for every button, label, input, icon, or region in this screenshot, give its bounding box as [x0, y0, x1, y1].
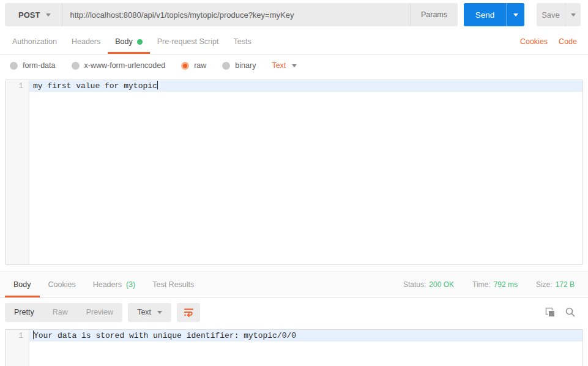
headers-count: (3) [126, 280, 135, 289]
radio-icon [222, 62, 230, 70]
tab-label: Body [115, 37, 133, 46]
tab-pre-request-script[interactable]: Pre-request Script [150, 29, 226, 54]
radio-icon [72, 62, 80, 70]
radio-raw[interactable]: raw [181, 61, 206, 70]
response-body-editor[interactable]: 1 Your data is stored with unique identi… [5, 329, 583, 366]
response-tab-headers[interactable]: Headers (3) [84, 272, 144, 297]
copy-response-button[interactable] [545, 307, 556, 318]
raw-format-dropdown[interactable]: Text [272, 61, 297, 70]
response-tab-test-results[interactable]: Test Results [144, 272, 203, 297]
editor-empty-area [6, 92, 582, 264]
status-label: Status: [403, 280, 426, 289]
view-mode-preview[interactable]: Preview [77, 303, 122, 322]
radio-x-www-form-urlencoded[interactable]: x-www-form-urlencoded [72, 61, 166, 70]
editor-line-content: my first value for mytopic [29, 80, 582, 92]
response-tab-body[interactable]: Body [5, 272, 40, 297]
size-stat: Size: 172 B [536, 280, 575, 289]
chevron-down-icon [292, 64, 297, 67]
cookies-link[interactable]: Cookies [520, 37, 548, 46]
tab-label: Headers [93, 280, 122, 289]
tab-label: Cookies [48, 280, 76, 289]
save-options-button[interactable] [565, 3, 581, 26]
params-button[interactable]: Params [410, 3, 458, 26]
tab-authorization[interactable]: Authorization [5, 29, 64, 54]
radio-form-data[interactable]: form-data [10, 61, 56, 70]
size-label: Size: [536, 280, 553, 289]
request-tabs: Authorization Headers Body Pre-request S… [0, 29, 588, 54]
search-icon [565, 307, 576, 318]
response-tab-cookies[interactable]: Cookies [40, 272, 84, 297]
tab-label: Tests [233, 37, 251, 46]
view-mode-group: Pretty Raw Preview [5, 303, 122, 322]
request-url-bar: POST Params Send Save [0, 0, 588, 29]
tab-label: Pre-request Script [157, 37, 219, 46]
active-tab-underline [108, 52, 150, 54]
active-tab-underline [5, 296, 40, 297]
tab-label: Authorization [12, 37, 57, 46]
time-value: 792 ms [494, 280, 518, 289]
response-stats: Status: 200 OK Time: 792 ms Size: 172 B [403, 272, 583, 297]
search-response-button[interactable] [565, 307, 576, 318]
method-dropdown[interactable]: POST [5, 3, 62, 26]
tab-label: Headers [72, 37, 100, 46]
view-mode-raw[interactable]: Raw [43, 303, 77, 322]
radio-label: binary [235, 61, 256, 70]
radio-selected-icon [181, 62, 189, 70]
line-number: 1 [6, 80, 29, 92]
editor-line: 1 Your data is stored with unique identi… [6, 330, 582, 342]
chevron-down-icon [157, 311, 162, 314]
radio-label: raw [194, 61, 206, 70]
radio-icon [10, 62, 18, 70]
time-label: Time: [472, 280, 491, 289]
radio-label: x-www-form-urlencoded [84, 61, 166, 70]
chevron-down-icon [571, 13, 576, 17]
save-button[interactable]: Save [537, 3, 565, 26]
gutter [6, 92, 29, 264]
tab-headers[interactable]: Headers [64, 29, 108, 54]
radio-label: form-data [23, 61, 56, 70]
status-stat: Status: 200 OK [403, 280, 454, 289]
tab-tests[interactable]: Tests [226, 29, 258, 54]
editor-blank [29, 342, 582, 366]
time-stat: Time: 792 ms [472, 280, 518, 289]
status-value: 200 OK [429, 280, 454, 289]
editor-empty-area [6, 342, 582, 366]
gutter [6, 342, 29, 366]
response-format-dropdown[interactable]: Text [128, 303, 171, 322]
toolbar-right-icons [545, 307, 583, 318]
response-tabs-row: Body Cookies Headers (3) Test Results St… [0, 271, 588, 298]
method-label: POST [18, 10, 40, 20]
editor-blank [29, 92, 582, 264]
body-content-indicator-dot [137, 39, 143, 45]
save-button-group: Save [537, 3, 581, 26]
editor-line-content: Your data is stored with unique identifi… [29, 330, 582, 342]
view-mode-pretty[interactable]: Pretty [5, 303, 43, 322]
chevron-down-icon [513, 13, 518, 17]
copy-icon [545, 307, 556, 318]
chevron-down-icon [46, 13, 51, 17]
text-cursor [157, 81, 158, 89]
line-number: 1 [6, 330, 29, 342]
wrap-text-icon [183, 307, 195, 318]
wrap-text-button[interactable] [177, 303, 200, 322]
send-button-group: Send [464, 3, 524, 26]
tabs-right-links: Cookies Code [520, 29, 583, 54]
url-group: POST Params [5, 3, 458, 26]
format-label: Text [137, 308, 151, 316]
size-value: 172 B [556, 280, 575, 289]
editor-line: 1 my first value for mytopic [6, 80, 582, 92]
format-label: Text [272, 61, 286, 70]
send-button[interactable]: Send [464, 3, 506, 26]
send-options-button[interactable] [506, 3, 524, 26]
radio-binary[interactable]: binary [222, 61, 256, 70]
url-input[interactable] [62, 3, 410, 26]
tab-label: Body [13, 280, 31, 289]
response-format-group: Text [128, 303, 171, 322]
response-toolbar: Pretty Raw Preview Text [0, 298, 588, 326]
request-body-editor[interactable]: 1 my first value for mytopic [5, 80, 583, 265]
body-type-row: form-data x-www-form-urlencoded raw bina… [0, 54, 588, 77]
code-link[interactable]: Code [559, 37, 577, 46]
tab-label: Test Results [152, 280, 194, 289]
tab-body[interactable]: Body [108, 29, 150, 54]
